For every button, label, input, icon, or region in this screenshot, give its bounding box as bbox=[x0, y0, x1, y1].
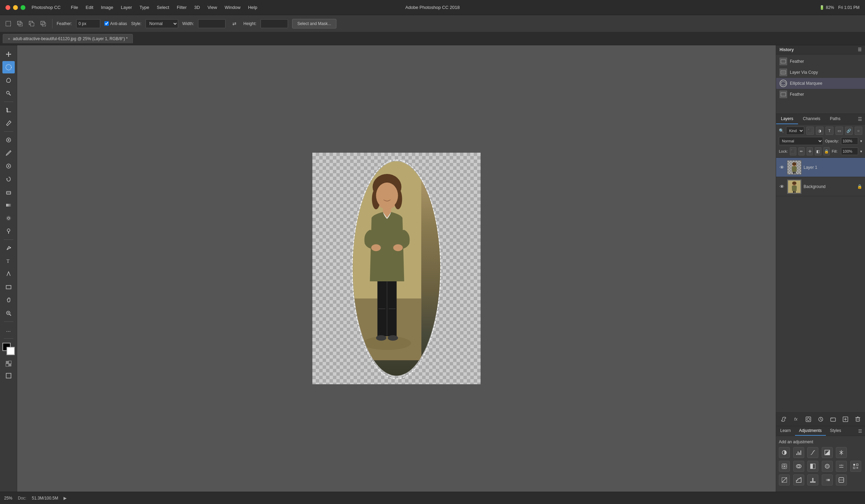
hue-saturation-btn[interactable] bbox=[779, 461, 790, 472]
fill-input[interactable] bbox=[841, 148, 858, 155]
menu-window[interactable]: Window bbox=[221, 3, 244, 11]
tab-adjustments[interactable]: Adjustments bbox=[795, 426, 826, 436]
menu-filter[interactable]: Filter bbox=[173, 3, 190, 11]
menu-help[interactable]: Help bbox=[245, 3, 261, 11]
gradient-map-btn[interactable] bbox=[822, 474, 833, 485]
height-input[interactable] bbox=[261, 19, 288, 28]
adjust-filter-btn[interactable]: ◑ bbox=[816, 127, 823, 135]
tab-styles[interactable]: Styles bbox=[826, 426, 845, 436]
selective-color-btn[interactable] bbox=[836, 474, 847, 485]
add-selection-btn[interactable] bbox=[15, 19, 25, 28]
anti-alias-label[interactable]: Anti-alias bbox=[104, 21, 127, 26]
smart-filter-btn[interactable]: 🔗 bbox=[845, 127, 853, 135]
style-select[interactable]: Normal Fixed Ratio Fixed Size bbox=[146, 19, 178, 28]
history-item-elliptical-marquee[interactable]: Elliptical Marquee bbox=[776, 78, 865, 89]
blend-mode-select[interactable]: Normal Multiply Screen Overlay bbox=[779, 137, 823, 145]
lasso-tool[interactable] bbox=[2, 74, 15, 86]
brush-tool[interactable] bbox=[2, 147, 15, 159]
hand-tool[interactable] bbox=[2, 294, 15, 306]
blur-tool[interactable] bbox=[2, 212, 15, 224]
background-visibility-toggle[interactable]: 👁 bbox=[779, 184, 785, 190]
menu-type[interactable]: Type bbox=[136, 3, 153, 11]
color-lookup-btn[interactable] bbox=[850, 461, 861, 472]
delete-layer-btn[interactable] bbox=[853, 415, 862, 424]
history-brush-tool[interactable] bbox=[2, 173, 15, 185]
swap-dimensions-btn[interactable]: ⇄ bbox=[230, 19, 239, 28]
feather-input[interactable] bbox=[76, 19, 100, 28]
brightness-contrast-btn[interactable] bbox=[779, 447, 790, 458]
layer-entry-layer1[interactable]: 👁 Layer 1 bbox=[776, 158, 865, 177]
zoom-tool[interactable] bbox=[2, 307, 15, 319]
healing-brush-tool[interactable] bbox=[2, 134, 15, 146]
select-mask-button[interactable]: Select and Mask... bbox=[292, 19, 336, 28]
clone-stamp-tool[interactable] bbox=[2, 160, 15, 172]
rectangle-tool[interactable] bbox=[2, 281, 15, 293]
opacity-input[interactable] bbox=[841, 137, 858, 145]
link-layers-btn[interactable] bbox=[779, 415, 788, 424]
filter-toggle-btn[interactable]: ○ bbox=[855, 127, 862, 135]
status-arrow[interactable]: ▶ bbox=[64, 496, 67, 501]
menu-select[interactable]: Select bbox=[153, 3, 173, 11]
shape-filter-btn[interactable]: ▭ bbox=[835, 127, 843, 135]
menu-edit[interactable]: Edit bbox=[82, 3, 97, 11]
channel-mixer-btn[interactable] bbox=[836, 461, 847, 472]
tab-paths[interactable]: Paths bbox=[825, 114, 845, 124]
menu-image[interactable]: Image bbox=[97, 3, 117, 11]
history-item-layer-via-copy[interactable]: Layer Via Copy bbox=[776, 67, 865, 78]
add-mask-btn[interactable] bbox=[804, 415, 813, 424]
fx-btn[interactable]: fx bbox=[792, 415, 800, 424]
history-panel-menu-icon[interactable]: ☰ bbox=[858, 47, 862, 52]
dodge-tool[interactable] bbox=[2, 225, 15, 237]
subtract-selection-btn[interactable] bbox=[27, 19, 36, 28]
document-tab[interactable]: × adult-attractive-beautiful-61120.jpg @… bbox=[3, 34, 133, 43]
eraser-tool[interactable] bbox=[2, 186, 15, 198]
history-item-feather-1[interactable]: Feather bbox=[776, 56, 865, 67]
exposure-btn[interactable] bbox=[822, 447, 833, 458]
extra-tools-btn[interactable]: ... bbox=[2, 324, 15, 336]
opacity-chevron[interactable]: ▾ bbox=[860, 139, 862, 143]
quick-select-tool[interactable] bbox=[2, 87, 15, 99]
crop-tool[interactable] bbox=[2, 104, 15, 116]
add-group-btn[interactable] bbox=[829, 415, 838, 424]
menu-file[interactable]: File bbox=[68, 3, 82, 11]
canvas-area[interactable] bbox=[17, 45, 776, 492]
fill-chevron[interactable]: ▾ bbox=[860, 149, 862, 154]
black-white-btn[interactable] bbox=[807, 461, 818, 472]
history-item-feather-2[interactable]: Feather bbox=[776, 89, 865, 100]
layer1-visibility-toggle[interactable]: 👁 bbox=[779, 164, 785, 171]
intersect-selection-btn[interactable] bbox=[38, 19, 48, 28]
fg-bg-color-picker[interactable] bbox=[2, 343, 15, 355]
lock-artboard-btn[interactable]: ◧ bbox=[815, 147, 821, 155]
tab-learn[interactable]: Learn bbox=[776, 426, 795, 436]
eyedropper-tool[interactable] bbox=[2, 117, 15, 129]
menu-3d[interactable]: 3D bbox=[191, 3, 204, 11]
path-select-tool[interactable] bbox=[2, 268, 15, 280]
tab-close-btn[interactable]: × bbox=[8, 37, 10, 41]
gradient-tool[interactable] bbox=[2, 199, 15, 211]
layers-panel-menu-icon[interactable]: ☰ bbox=[858, 116, 862, 122]
lock-transparent-btn[interactable]: ⬛ bbox=[790, 147, 796, 155]
screen-mode-btn[interactable] bbox=[2, 370, 15, 382]
menu-layer[interactable]: Layer bbox=[117, 3, 136, 11]
lock-position-btn[interactable]: ✛ bbox=[807, 147, 813, 155]
pen-tool[interactable] bbox=[2, 242, 15, 254]
elliptical-marquee-tool[interactable] bbox=[2, 61, 15, 73]
type-filter-btn[interactable]: T bbox=[826, 127, 833, 135]
photo-filter-btn[interactable] bbox=[822, 461, 833, 472]
new-selection-btn[interactable] bbox=[3, 19, 13, 28]
levels-btn[interactable] bbox=[793, 447, 804, 458]
vibrance-btn[interactable] bbox=[836, 447, 847, 458]
width-input[interactable] bbox=[198, 19, 226, 28]
background-color[interactable] bbox=[7, 347, 15, 355]
move-tool[interactable] bbox=[2, 48, 15, 60]
quick-mask-mode-btn[interactable] bbox=[3, 359, 14, 369]
menu-view[interactable]: View bbox=[204, 3, 220, 11]
layer-entry-background[interactable]: 👁 Background 🔒 bbox=[776, 177, 865, 196]
anti-alias-checkbox[interactable] bbox=[104, 21, 109, 26]
add-adjustment-btn[interactable] bbox=[816, 415, 825, 424]
posterize-btn[interactable] bbox=[793, 474, 804, 485]
tab-layers[interactable]: Layers bbox=[776, 114, 798, 124]
threshold-btn[interactable] bbox=[807, 474, 818, 485]
minimize-btn[interactable] bbox=[13, 5, 18, 10]
pixel-filter-btn[interactable]: ⬛ bbox=[806, 127, 814, 135]
